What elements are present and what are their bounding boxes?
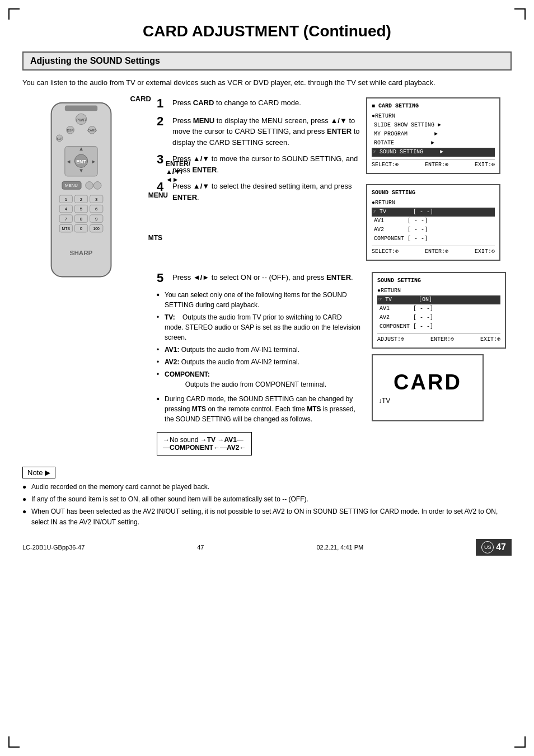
screen3-return: ●RETURN bbox=[377, 287, 500, 295]
screen2-av2: AV2 [ - -] bbox=[372, 226, 495, 234]
page-title: CARD ADJUSTMENT (Continued) bbox=[22, 22, 512, 40]
note-arrow: ▶ bbox=[45, 468, 50, 477]
sound-setting-on-screen: SOUND SETTING ●RETURN ☞ TV [ON] AV1 [ - … bbox=[372, 272, 506, 349]
note-text: Note bbox=[27, 468, 43, 477]
card-setting-screen: ■ CARD SETTING ●RETURN SLIDE SHOW SETTIN… bbox=[366, 97, 500, 174]
screen2-component: COMPONENT [ - -] bbox=[372, 234, 495, 243]
screen3-tv-on: ☞ TV [ON] bbox=[377, 295, 500, 304]
svg-text:PWR: PWR bbox=[76, 117, 87, 122]
country-badge: US bbox=[481, 541, 494, 553]
svg-rect-1 bbox=[65, 105, 97, 111]
svg-text:▼: ▼ bbox=[78, 167, 84, 173]
svg-text:SHARP: SHARP bbox=[70, 248, 93, 256]
card-display-sub: ↓TV bbox=[378, 397, 390, 405]
bullet-av2: AV2: Outputs the audio from AV-IN2 termi… bbox=[157, 357, 360, 367]
card-display-text: CARD bbox=[394, 370, 462, 395]
svg-text:4: 4 bbox=[65, 206, 68, 212]
svg-text:7: 7 bbox=[65, 216, 67, 221]
screen3-bar: ADJUST:⊕ENTER:⊕EXIT:⊕ bbox=[377, 334, 500, 344]
notes-list: ● Audio recorded on the memory card cann… bbox=[22, 482, 512, 528]
remote-area: CARD PWR DSP CARD SL bbox=[34, 97, 134, 289]
remote-control-image: PWR DSP CARD SLP ENT ▲ ▼ bbox=[34, 97, 129, 288]
screen3-component: COMPONENT [ - -] bbox=[377, 322, 500, 331]
step-2-number: 2 bbox=[157, 115, 168, 128]
svg-text:SLP: SLP bbox=[57, 137, 62, 140]
svg-text:▲: ▲ bbox=[78, 145, 84, 152]
svg-text:100: 100 bbox=[93, 227, 100, 231]
corner-mark-tr bbox=[514, 8, 526, 20]
note-2: ● If any of the sound item is set to ON,… bbox=[22, 494, 512, 505]
step-4-text: Press ▲/▼ to select the desired setting … bbox=[172, 181, 360, 203]
bullet-av1: AV1: Outputs the audio from AV-IN1 termi… bbox=[157, 345, 360, 355]
screen1-rotate: ROTATE ► bbox=[372, 139, 495, 148]
screen3-av1: AV1 [ - -] bbox=[377, 304, 500, 313]
page-number-badge: 47 bbox=[496, 542, 506, 552]
step-5-text: Press ◄/► to select ON or -- (OFF), and … bbox=[172, 272, 360, 283]
bullet-mts: During CARD mode, the SOUND SETTING can … bbox=[157, 394, 360, 424]
screen2-av1: AV1 [ - -] bbox=[372, 217, 495, 226]
screen2-return: ●RETURN bbox=[372, 199, 495, 208]
svg-text:CARD: CARD bbox=[87, 129, 96, 132]
svg-text:3: 3 bbox=[95, 196, 97, 201]
bullet-component: COMPONENT: Outputs the audio from COMPON… bbox=[157, 369, 360, 389]
menu-label: MENU bbox=[148, 191, 168, 199]
sound-bullets: You can select only one of the following… bbox=[157, 290, 360, 389]
mts-bullet: During CARD mode, the SOUND SETTING can … bbox=[157, 394, 360, 424]
footer-right: 02.2.21, 4:41 PM bbox=[316, 544, 363, 551]
svg-text:6: 6 bbox=[95, 206, 97, 212]
svg-text:9: 9 bbox=[95, 216, 97, 221]
steps-1-4-area: 1 Press CARD to change to CARD mode. 2 P… bbox=[157, 97, 512, 266]
svg-text:0: 0 bbox=[80, 226, 83, 231]
screen1-myprogram: MY PROGRAM ► bbox=[372, 130, 495, 139]
step-5-number: 5 bbox=[157, 272, 168, 284]
step-5-area: 5 Press ◄/► to select ON or -- (OFF), an… bbox=[157, 272, 512, 456]
screen3-av2: AV2 [ - -] bbox=[377, 313, 500, 322]
corner-mark-br bbox=[514, 736, 526, 748]
flow-line2: —COMPONENT←—AV2← bbox=[163, 444, 246, 452]
footer-left: LC-20B1U-GBpp36-47 bbox=[22, 544, 85, 551]
footer-center: 47 bbox=[197, 544, 204, 551]
svg-text:◄: ◄ bbox=[66, 158, 72, 164]
note-1: ● Audio recorded on the memory card cann… bbox=[22, 482, 512, 492]
screen2-title: SOUND SETTING bbox=[372, 189, 495, 198]
step-5: 5 Press ◄/► to select ON or -- (OFF), an… bbox=[157, 272, 360, 284]
intro-text: You can listen to the audio from TV or e… bbox=[22, 77, 512, 88]
flow-line1: →No sound →TV →AV1— bbox=[163, 436, 246, 444]
step-1-number: 1 bbox=[157, 97, 168, 110]
svg-text:DSP: DSP bbox=[67, 129, 74, 132]
note-section: Note ▶ ● Audio recorded on the memory ca… bbox=[22, 467, 512, 528]
note-3: ● When OUT has been selected as the AV2 … bbox=[22, 506, 512, 528]
bullet-tv: TV: Outputs the audio from TV prior to s… bbox=[157, 312, 360, 342]
screen1-return: ●RETURN bbox=[372, 112, 495, 121]
svg-text:MTS: MTS bbox=[62, 227, 71, 231]
note-label: Note ▶ bbox=[22, 467, 55, 478]
svg-point-19 bbox=[86, 181, 93, 189]
screen1-slideshow: SLIDE SHOW SETTING ► bbox=[372, 121, 495, 130]
svg-text:8: 8 bbox=[80, 216, 82, 221]
screen3-title: SOUND SETTING bbox=[377, 276, 500, 285]
instructions-column: 1 Press CARD to change to CARD mode. 2 P… bbox=[157, 97, 512, 456]
svg-text:2: 2 bbox=[80, 196, 82, 201]
svg-text:1: 1 bbox=[65, 196, 67, 201]
page-badge: US 47 bbox=[476, 539, 512, 556]
step-2: 2 Press MENU to display the MENU screen,… bbox=[157, 115, 360, 148]
card-display-box: CARD ↓TV bbox=[372, 354, 484, 421]
step-3-text: Press ▲/▼ to move the cursor to SOUND SE… bbox=[172, 153, 360, 175]
flow-diagram: →No sound →TV →AV1— —COMPONENT←—AV2← bbox=[157, 432, 252, 456]
step-1-text: Press CARD to change to CARD mode. bbox=[172, 97, 360, 109]
screen1-bar: SELECT:⊕ENTER:⊕EXIT:⊕ bbox=[372, 159, 495, 170]
screen1-title: ■ CARD SETTING bbox=[372, 102, 495, 111]
svg-text:ENT: ENT bbox=[76, 158, 86, 164]
mts-label: MTS bbox=[148, 234, 162, 242]
bullet-select-one: You can select only one of the following… bbox=[157, 290, 360, 310]
step-5-left: 5 Press ◄/► to select ON or -- (OFF), an… bbox=[157, 272, 360, 456]
section-title: Adjusting the SOUND Settings bbox=[22, 51, 512, 71]
step-2-text: Press MENU to display the MENU screen, p… bbox=[172, 115, 360, 148]
step-5-screens: SOUND SETTING ●RETURN ☞ TV [ON] AV1 [ - … bbox=[372, 272, 512, 456]
svg-point-20 bbox=[93, 181, 101, 189]
svg-text:5: 5 bbox=[80, 206, 82, 212]
screen2-bar: SELECT:⊕ENTER:⊕EXIT:⊕ bbox=[372, 246, 495, 256]
footer: LC-20B1U-GBpp36-47 47 02.2.21, 4:41 PM U… bbox=[22, 539, 512, 556]
svg-text:►: ► bbox=[91, 158, 97, 164]
step-1: 1 Press CARD to change to CARD mode. bbox=[157, 97, 360, 110]
